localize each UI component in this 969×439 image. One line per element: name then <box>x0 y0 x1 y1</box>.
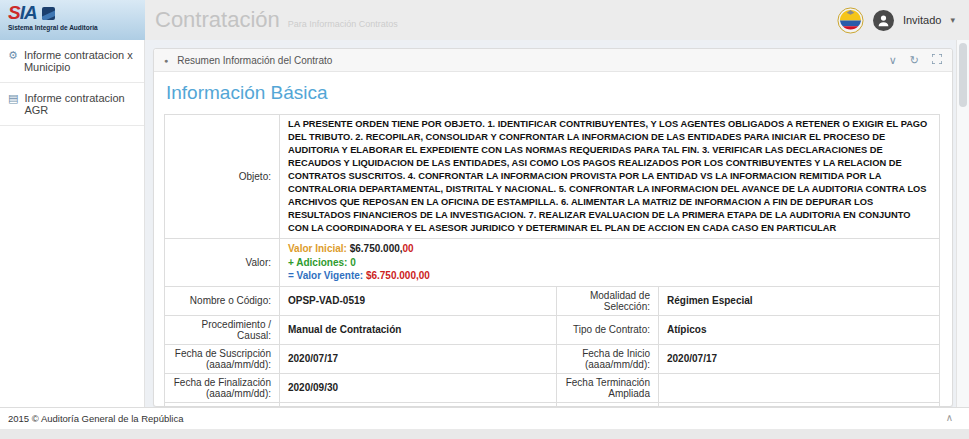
row-value: Manual de Contratación <box>280 315 557 344</box>
row-label: Nombre o Código: <box>165 286 280 315</box>
row-value: 2020/07/17 <box>659 344 940 373</box>
row-value: 2020/09/30 <box>280 373 557 402</box>
objeto-value: LA PRESENTE ORDEN TIENE POR OBJETO. 1. I… <box>288 119 927 233</box>
table-row: Fecha de Suscripción (aaaa/mm/dd): 2020/… <box>165 344 940 373</box>
row-label: Procedimiento / Causal: <box>165 315 280 344</box>
report-icon: ▤ <box>8 92 18 105</box>
row-label: Fecha Terminación Ampliada <box>557 373 659 402</box>
page-subtitle: Para Información Contratos <box>288 19 398 29</box>
valor-vigente-label: = Valor Vigente: <box>288 270 363 281</box>
row-label: Modalidad de Selección: <box>557 286 659 315</box>
valor-adiciones: + Adiciones: 0 <box>288 256 931 270</box>
user-menu[interactable]: Invitado <box>903 14 942 26</box>
colombia-coat-of-arms-logo <box>837 7 864 34</box>
row-label: Fecha de Finalización (aaaa/mm/dd): <box>165 373 280 402</box>
vertical-scrollbar[interactable] <box>956 40 969 407</box>
sidebar-item-label: Informe contratacion x Municipio <box>24 49 138 73</box>
chevron-down-icon[interactable]: ▾ <box>950 15 955 25</box>
row-value: 75 Día(s) <box>280 402 557 406</box>
row-value: 2020/07/17 <box>280 344 557 373</box>
page-title: Contratación <box>155 7 280 33</box>
scrollbar-thumb[interactable] <box>959 43 967 107</box>
app-header: SIA Sistema Integral de Auditoría Contra… <box>0 0 969 40</box>
sidebar-item-informe-agr[interactable]: ▤ Informe contratacion AGR <box>0 83 144 126</box>
chevron-up-icon[interactable]: ∧ <box>946 412 953 423</box>
sia-logo-subtitle: Sistema Integral de Auditoría <box>8 24 137 31</box>
user-avatar[interactable] <box>873 10 894 31</box>
row-label: Tipo de Contrato: <box>557 315 659 344</box>
table-row: Nombre o Código: OPSP-VAD-0519 Modalidad… <box>165 286 940 315</box>
sidebar-item-informe-municipio[interactable]: ⚙ Informe contratacion x Municipio <box>0 40 144 83</box>
row-value: Atípicos <box>659 315 940 344</box>
row-value <box>659 373 940 402</box>
panel-header: ● Resumen Información del Contrato ∨ ↻ <box>154 49 952 72</box>
row-label: Plazo de Ejecución: <box>165 402 280 406</box>
row-value: 2020 <box>659 402 940 406</box>
valor-value: Valor Inicial: $6.750.000,00 + Adiciones… <box>280 239 940 287</box>
table-row: Fecha de Finalización (aaaa/mm/dd): 2020… <box>165 373 940 402</box>
footer-strip <box>0 429 969 439</box>
main-content: ● Resumen Información del Contrato ∨ ↻ I… <box>145 40 969 407</box>
sia-logo: SIA Sistema Integral de Auditoría <box>0 0 145 40</box>
gear-icon: ⚙ <box>8 49 18 62</box>
row-value: OPSP-VAD-0519 <box>280 286 557 315</box>
row-value: Régimen Especial <box>659 286 940 315</box>
valor-inicial-cents: 00 <box>403 243 414 254</box>
expand-icon[interactable] <box>932 54 942 66</box>
footer: 2015 © Auditoría General de la República… <box>0 407 969 439</box>
bullet-icon: ● <box>164 57 168 64</box>
sidebar: ⚙ Informe contratacion x Municipio ▤ Inf… <box>0 40 145 407</box>
valor-inicial-label: Valor Inicial: <box>288 243 347 254</box>
panel-body: Información Básica Objeto: LA PRESENTE O… <box>154 72 952 406</box>
table-row: Plazo de Ejecución: 75 Día(s) Vigencia: … <box>165 402 940 406</box>
sia-logo-mark <box>42 7 55 20</box>
sia-logo-text: SIA <box>8 3 37 23</box>
valor-inicial-amount: $6.750.000, <box>350 243 403 254</box>
copyright-text: 2015 © Auditoría General de la República <box>0 408 969 424</box>
table-row-objeto: Objeto: LA PRESENTE ORDEN TIENE POR OBJE… <box>165 115 940 239</box>
valor-vigente-amount: $6.750.000,00 <box>366 270 430 281</box>
valor-label: Valor: <box>165 239 280 287</box>
collapse-panel-icon[interactable]: ∨ <box>889 55 897 66</box>
panel-title: Resumen Información del Contrato <box>177 55 888 66</box>
section-title: Información Básica <box>166 82 946 104</box>
table-row: Procedimiento / Causal: Manual de Contra… <box>165 315 940 344</box>
row-label: Fecha de Suscripción (aaaa/mm/dd): <box>165 344 280 373</box>
person-icon <box>877 14 890 27</box>
contract-info-table: Objeto: LA PRESENTE ORDEN TIENE POR OBJE… <box>164 114 940 406</box>
table-row-valor: Valor: Valor Inicial: $6.750.000,00 + Ad… <box>165 239 940 287</box>
row-label: Fecha de Inicio (aaaa/mm/dd): <box>557 344 659 373</box>
row-label: Vigencia: <box>557 402 659 406</box>
refresh-icon[interactable]: ↻ <box>910 55 919 66</box>
contract-summary-panel: ● Resumen Información del Contrato ∨ ↻ I… <box>153 48 953 407</box>
sidebar-item-label: Informe contratacion AGR <box>24 92 138 116</box>
objeto-label: Objeto: <box>165 115 280 239</box>
